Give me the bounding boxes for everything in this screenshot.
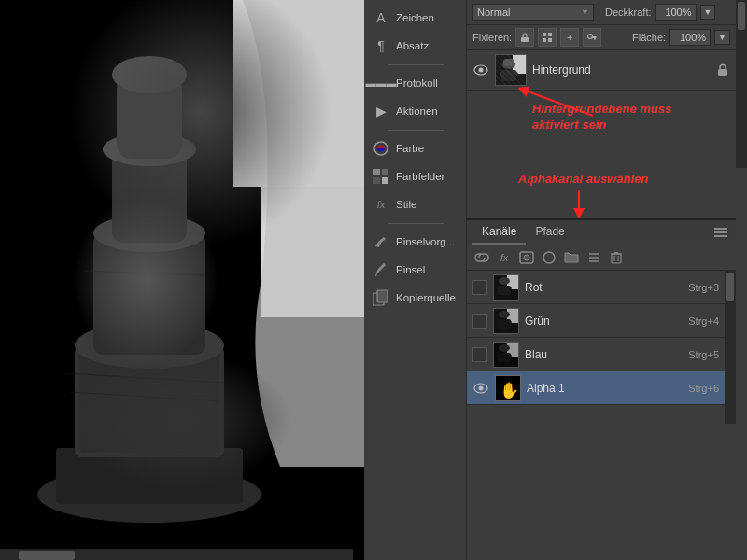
tab-pfade[interactable]: Pfade [526, 220, 573, 245]
svg-point-13 [112, 56, 187, 93]
channel-item-blau[interactable]: Blau Strg+5 [467, 338, 725, 371]
tab-kanaele[interactable]: Kanäle [472, 220, 526, 245]
sidebar-item-farbe[interactable]: Farbe [364, 134, 466, 162]
sidebar-item-pinselvorgaben[interactable]: Pinselvorg... [364, 228, 466, 256]
svg-rect-35 [496, 55, 527, 86]
svg-line-16 [70, 392, 219, 401]
svg-rect-2 [233, 0, 364, 187]
sidebar-label-zeichen: Zeichen [396, 12, 434, 23]
channel-checkbox-gruen[interactable] [472, 314, 487, 329]
canvas-image-svg [0, 0, 364, 549]
channel-thumb-rot [493, 274, 519, 301]
channel-name-rot: Rot [525, 281, 683, 294]
layer-visibility-toggle[interactable] [472, 62, 489, 78]
svg-line-15 [65, 373, 224, 383]
channel-item-rot[interactable]: Rot Strg+3 [467, 271, 725, 304]
canvas-scrollbar-horizontal[interactable] [0, 549, 353, 560]
svg-rect-73 [498, 353, 511, 362]
sidebar-label-kopierquelle: Kopierquelle [396, 292, 456, 303]
sidebar-item-aktionen[interactable]: ▶ Aktionen [364, 97, 466, 125]
lines-icon-btn[interactable] [585, 248, 603, 267]
lock-all-btn[interactable]: + [560, 28, 579, 47]
annotation-alpha: Alphakanal auswählen [518, 172, 648, 188]
svg-rect-31 [592, 36, 597, 38]
svg-rect-21 [374, 177, 380, 184]
svg-rect-26 [543, 33, 546, 36]
channels-items: Rot Strg+3 Grün Strg+4 [467, 271, 725, 424]
channel-checkbox-rot[interactable] [472, 280, 487, 295]
blend-mode-value: Normal [477, 7, 581, 18]
annotation-alpha-svg [467, 162, 710, 218]
svg-rect-6 [79, 350, 219, 453]
lock-pixel-btn[interactable] [538, 28, 557, 47]
blend-mode-select[interactable]: Normal ▼ [472, 4, 594, 21]
canvas-image [0, 0, 364, 560]
annotation-layer: Hintergrundebene muss aktiviert sein [532, 102, 672, 133]
svg-rect-22 [382, 177, 388, 184]
sidebar-item-protokoll[interactable]: ▬▬▬ Protokoll [364, 69, 466, 97]
layers-panel: Hintergrund Hintergrundebene muss a [467, 50, 736, 218]
channel-checkbox-blau[interactable] [472, 347, 487, 362]
canvas-scrollbar-thumb[interactable] [19, 551, 75, 560]
sidebar-item-absatz[interactable]: ¶ Absatz [364, 32, 466, 60]
svg-rect-29 [548, 38, 552, 42]
svg-point-51 [543, 252, 555, 263]
opacity-dropdown-btn[interactable]: ▼ [700, 5, 716, 20]
svg-point-74 [499, 344, 510, 352]
svg-point-69 [499, 311, 510, 318]
lock-key-btn[interactable] [583, 28, 601, 47]
sidebar-item-kopierquelle[interactable]: Kopierquelle [364, 284, 466, 312]
flaeche-field[interactable]: 100% [669, 29, 711, 46]
lock-position-btn[interactable] [515, 28, 534, 47]
channel-name-gruen: Grün [525, 315, 683, 328]
channels-menu-btn[interactable] [712, 223, 730, 242]
sidebar-item-stile[interactable]: fx Stile [364, 190, 466, 218]
layer-item-hintergrund[interactable]: Hintergrund [467, 50, 736, 91]
blend-mode-arrow-icon: ▼ [581, 7, 589, 17]
tab-pfade-label: Pfade [535, 225, 564, 238]
fx-icon-btn[interactable]: fx [495, 248, 514, 267]
sidebar-item-zeichen[interactable]: A Zeichen [364, 4, 466, 32]
channel-item-gruen[interactable]: Grün Strg+4 [467, 304, 725, 338]
opacity-field[interactable]: 100% [655, 4, 697, 21]
sidebar-item-farbfelder[interactable]: Farbfelder [364, 162, 466, 190]
sidebar-label-pinselvorgaben: Pinselvorg... [396, 236, 455, 247]
svg-rect-12 [117, 75, 182, 159]
sidebar-item-pinsel[interactable]: Pinsel [364, 256, 466, 284]
sidebar: A Zeichen ¶ Absatz ▬▬▬ Protokoll ▶ Aktio… [364, 0, 467, 560]
svg-rect-10 [112, 149, 187, 243]
svg-rect-5 [75, 345, 224, 457]
tab-kanaele-label: Kanäle [482, 225, 516, 238]
protokoll-icon: ▬▬▬ [372, 74, 390, 92]
svg-rect-0 [0, 0, 364, 549]
flaeche-label: Fläche: [632, 32, 666, 43]
zeichen-icon: A [372, 8, 390, 27]
channel-thumb-blau [493, 342, 519, 368]
channels-tabs: Kanäle Pfade [467, 220, 736, 245]
layers-panel-scrollbar[interactable] [736, 0, 747, 168]
svg-rect-1 [261, 0, 364, 317]
channel-shortcut-gruen: Strg+4 [688, 315, 719, 327]
trash-icon-btn[interactable] [607, 248, 626, 267]
channels-scrollbar[interactable] [725, 271, 736, 424]
channel-shortcut-alpha1: Strg+6 [688, 383, 719, 394]
channel-item-alpha1[interactable]: ✋ Alpha 1 Strg+6 [467, 371, 725, 405]
kopierquelle-icon [372, 288, 390, 307]
folder-icon-btn[interactable] [562, 248, 581, 267]
svg-rect-4 [56, 448, 243, 504]
channels-scrollbar-thumb[interactable] [726, 273, 734, 301]
sidebar-label-aktionen: Aktionen [396, 105, 438, 117]
layers-scrollbar-thumb[interactable] [738, 2, 745, 30]
link-icon-btn[interactable] [472, 248, 491, 267]
channel-eye-alpha1[interactable] [472, 380, 489, 397]
absatz-icon: ¶ [372, 36, 390, 55]
channel-name-alpha1: Alpha 1 [527, 382, 683, 395]
svg-point-76 [479, 385, 484, 390]
mask-icon-btn[interactable] [517, 248, 536, 267]
stile-icon: fx [372, 195, 390, 214]
svg-rect-20 [382, 169, 388, 175]
svg-rect-25 [521, 37, 529, 42]
circle-icon-btn[interactable] [540, 248, 558, 267]
flaeche-dropdown-btn[interactable]: ▼ [714, 30, 730, 45]
svg-point-64 [499, 277, 510, 285]
